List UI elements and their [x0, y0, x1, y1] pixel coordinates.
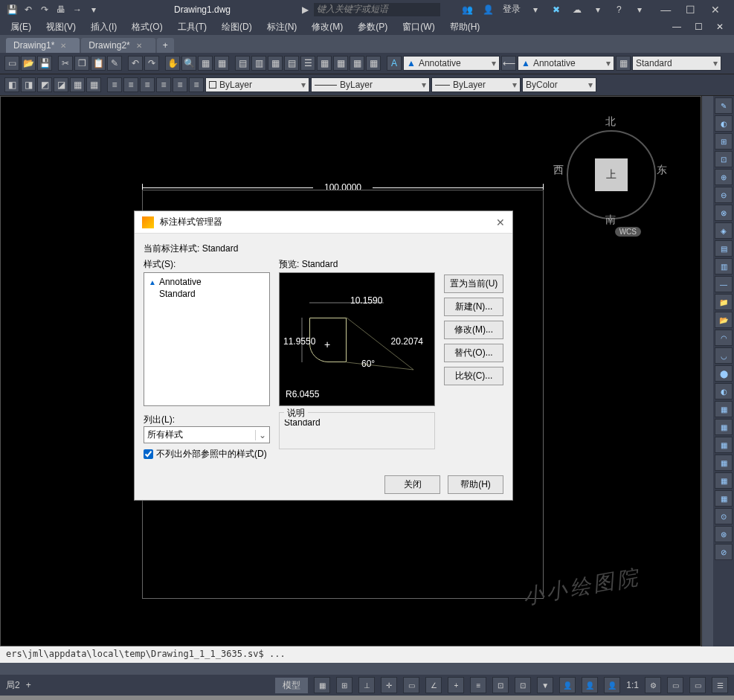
mdi-minimize-button[interactable]: —: [666, 20, 687, 33]
tool-icon[interactable]: ✎: [715, 97, 733, 114]
tool-icon[interactable]: ▦: [214, 56, 229, 71]
menu-help[interactable]: 帮助(H): [444, 19, 486, 35]
chevron-down-icon[interactable]: ▾: [634, 4, 646, 16]
menu-window[interactable]: 窗口(W): [396, 19, 440, 35]
menu-params[interactable]: 参数(P): [352, 19, 393, 35]
tab-drawing1[interactable]: Drawing1* ✕: [6, 38, 80, 53]
login-link[interactable]: 登录: [503, 3, 521, 16]
viewcube-south[interactable]: 南: [605, 213, 616, 227]
menu-modify[interactable]: 修改(M): [306, 19, 349, 35]
tool-icon[interactable]: ▦: [317, 56, 332, 71]
viewcube[interactable]: 上 北 南 西 东: [559, 112, 663, 216]
tool-icon[interactable]: ⊕: [715, 169, 733, 185]
layer-icon[interactable]: ≡: [189, 77, 204, 92]
close-button[interactable]: ✕: [704, 4, 727, 16]
viewcube-east[interactable]: 东: [657, 164, 667, 177]
set-current-button[interactable]: 置为当前(U): [444, 274, 503, 293]
close-button[interactable]: ✕: [496, 216, 505, 228]
maximize-button[interactable]: ☐: [680, 4, 702, 16]
plotstyle-combo[interactable]: ByColor ▾: [522, 77, 596, 92]
tab-drawing2[interactable]: Drawing2* ✕: [81, 38, 155, 53]
model-button[interactable]: 模型: [275, 678, 308, 693]
horizontal-scrollbar[interactable]: [0, 663, 734, 675]
tool-icon[interactable]: ▦: [715, 455, 733, 471]
tool-icon[interactable]: ▦: [333, 56, 348, 71]
search-input[interactable]: 键入关键字或短语: [314, 3, 440, 16]
tool-icon[interactable]: ⊡: [492, 677, 509, 693]
minimize-button[interactable]: —: [654, 4, 677, 16]
tool-icon[interactable]: ▥: [251, 56, 266, 71]
list-item[interactable]: Standard: [147, 288, 266, 300]
paste-icon[interactable]: 📋: [91, 56, 106, 71]
help-icon[interactable]: ?: [613, 4, 625, 16]
linetype-combo[interactable]: ByLayer ▾: [311, 77, 430, 92]
mdi-restore-button[interactable]: ☐: [689, 20, 709, 33]
tool-icon[interactable]: ◐: [715, 383, 733, 399]
tool-icon[interactable]: ⊙: [715, 508, 733, 524]
viewcube-west[interactable]: 西: [553, 164, 564, 177]
viewcube-north[interactable]: 北: [605, 115, 616, 129]
text-icon[interactable]: A: [387, 56, 402, 71]
tool-icon[interactable]: ▦: [715, 472, 733, 489]
tool-icon[interactable]: ▦: [86, 77, 101, 92]
tool-icon[interactable]: ▤: [284, 56, 299, 71]
save-icon[interactable]: 💾: [6, 4, 18, 16]
xref-checkbox[interactable]: 不列出外部参照中的样式(D): [144, 448, 270, 460]
layer-icon[interactable]: ≡: [156, 77, 171, 92]
table-icon[interactable]: ▦: [616, 56, 631, 71]
osnap-icon[interactable]: ▭: [403, 677, 419, 693]
redo-icon[interactable]: ↷: [39, 4, 51, 16]
gear-icon[interactable]: ⚙: [645, 677, 661, 693]
tool-icon[interactable]: ▼: [537, 677, 553, 693]
table-style-combo[interactable]: Standard ▾: [632, 56, 721, 71]
tool-icon[interactable]: ◡: [715, 347, 733, 364]
layer-icon[interactable]: ≡: [173, 77, 187, 92]
layer-icon[interactable]: ≡: [107, 77, 122, 92]
tool-icon[interactable]: ▭: [689, 677, 706, 693]
undo-icon[interactable]: ↶: [22, 4, 34, 16]
dim-icon[interactable]: ⟵: [501, 56, 516, 71]
viewcube-face[interactable]: 上: [595, 158, 628, 191]
tool-icon[interactable]: ▤: [715, 240, 733, 257]
chevron-down-icon[interactable]: ▾: [592, 4, 604, 16]
tool-icon[interactable]: ⊡: [515, 677, 531, 693]
new-icon[interactable]: ▭: [4, 56, 19, 71]
modify-button[interactable]: 修改(M)...: [444, 321, 503, 339]
tool-icon[interactable]: ◧: [4, 77, 19, 92]
menu-draw[interactable]: 绘图(D): [216, 19, 258, 35]
undo-icon[interactable]: ↶: [128, 56, 143, 71]
dim-style-combo[interactable]: ▲ Annotative ▾: [518, 56, 614, 71]
tool-icon[interactable]: ⊞: [715, 133, 733, 150]
tool-icon[interactable]: 👤: [582, 677, 598, 693]
dialog-titlebar[interactable]: 标注样式管理器 ✕: [135, 211, 512, 234]
tool-icon[interactable]: ◨: [21, 77, 36, 92]
tool-icon[interactable]: ◈: [715, 222, 733, 239]
list-item[interactable]: ▲ Annotative: [147, 276, 266, 288]
listout-select[interactable]: 所有样式 ⌄: [144, 426, 270, 443]
match-icon[interactable]: ✎: [107, 56, 122, 71]
print-icon[interactable]: 🖶: [55, 4, 67, 16]
pan-icon[interactable]: ✋: [165, 56, 180, 71]
tool-icon[interactable]: ◐: [715, 115, 733, 132]
tool-icon[interactable]: —: [715, 276, 733, 292]
redo-icon[interactable]: ↷: [144, 56, 159, 71]
arrow-icon[interactable]: →: [71, 4, 83, 16]
person-icon[interactable]: 👤: [482, 4, 494, 16]
compare-button[interactable]: 比较(C)...: [444, 367, 503, 385]
scale-value[interactable]: 1:1: [626, 680, 639, 690]
vertical-scrollbar[interactable]: [701, 96, 713, 646]
menu-tools[interactable]: 工具(T): [172, 19, 213, 35]
tool-icon[interactable]: 👤: [604, 677, 620, 693]
override-button[interactable]: 替代(O)...: [444, 344, 503, 362]
tool-icon[interactable]: ◠: [715, 330, 733, 346]
tool-icon[interactable]: ▦: [268, 56, 283, 71]
checkbox-input[interactable]: [144, 449, 153, 459]
user-icon[interactable]: 👥: [461, 4, 473, 16]
polar-icon[interactable]: ✛: [381, 677, 397, 693]
tool-icon[interactable]: ▦: [70, 77, 85, 92]
text-style-combo[interactable]: ▲ Annotative ▾: [403, 56, 500, 71]
copy-icon[interactable]: ❐: [74, 56, 89, 71]
close-button[interactable]: 关闭: [384, 475, 440, 494]
menu-insert[interactable]: 插入(I): [85, 19, 123, 35]
tool-icon[interactable]: ▦: [715, 419, 733, 435]
